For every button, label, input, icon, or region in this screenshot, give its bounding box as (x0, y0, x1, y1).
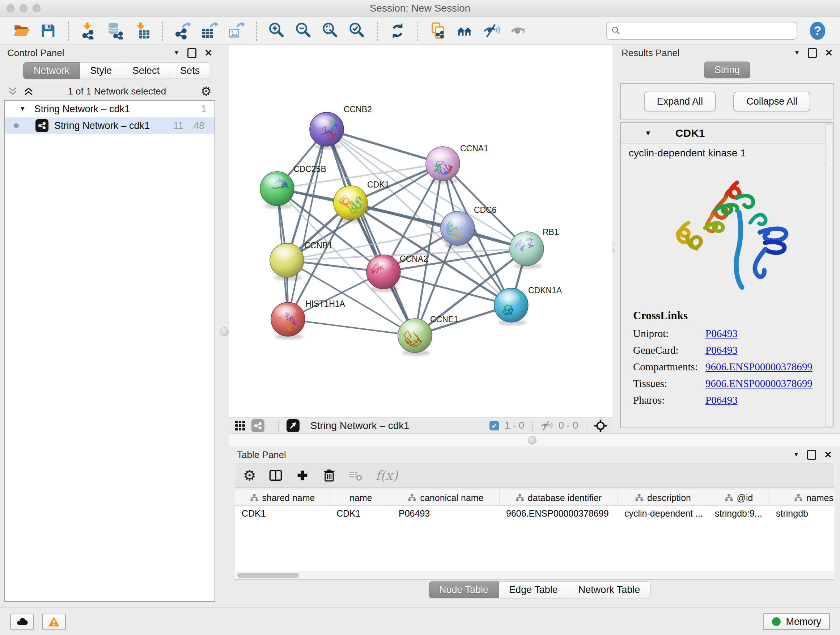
panel-float-icon[interactable] (807, 450, 816, 460)
column-header-canonical-name[interactable]: canonical name (392, 490, 500, 505)
collapse-all-button[interactable]: Collapse All (733, 92, 810, 111)
collapse-all-icon[interactable] (8, 87, 17, 96)
crosslink-link[interactable]: 9606.ENSP00000378699 (706, 358, 813, 375)
splitter-handle[interactable] (220, 327, 229, 336)
panel-close-icon[interactable]: ✕ (824, 449, 832, 461)
crosslink-link[interactable]: P06493 (706, 325, 737, 342)
panel-float-icon[interactable] (187, 48, 196, 58)
import-network-file-button[interactable] (77, 19, 101, 42)
network-node-HIST1H1A[interactable]: HIST1H1A (271, 299, 346, 340)
table-horizontal-scrollbar[interactable] (235, 571, 834, 579)
toolbar-separator (68, 21, 69, 41)
help-button[interactable]: ? (808, 21, 827, 40)
scrollbar-thumb[interactable] (237, 573, 299, 578)
zoom-selected-icon (348, 22, 366, 40)
tab-string[interactable]: String (704, 62, 751, 78)
first-neighbors-button[interactable] (453, 19, 477, 42)
export-network-button[interactable] (171, 19, 195, 42)
network-node-CDKN1A[interactable]: CDKN1A (494, 286, 562, 325)
center-view-icon[interactable] (594, 420, 607, 432)
panel-collapse-icon[interactable]: ▼ (173, 49, 180, 57)
panel-close-icon[interactable]: ✕ (204, 48, 212, 59)
results-scrollbar[interactable] (826, 124, 832, 426)
tab-style[interactable]: Style (80, 62, 122, 79)
warnings-button[interactable] (42, 614, 66, 630)
panel-float-icon[interactable] (808, 48, 817, 58)
tab-edge-table[interactable]: Edge Table (499, 581, 568, 598)
export-table-button[interactable] (197, 19, 221, 42)
network-node-CCNA2[interactable]: CCNA2 (366, 254, 428, 292)
network-node-RB1[interactable]: RB1 (510, 227, 559, 269)
export-image-button[interactable] (224, 19, 248, 42)
section-caret-icon[interactable]: ▼ (645, 129, 652, 137)
apply-layout-button[interactable] (386, 19, 409, 42)
show-all-button[interactable] (507, 19, 531, 42)
table-panel-title: Table Panel (237, 449, 785, 461)
network-edge[interactable] (288, 129, 327, 319)
cell[interactable]: CDK1 (235, 508, 330, 519)
expand-all-icon[interactable] (24, 87, 33, 96)
tab-select[interactable]: Select (122, 62, 170, 79)
open-session-button[interactable] (9, 19, 33, 42)
network-canvas[interactable]: CCNB2CCNA1CDC25BCDK1CDC6RB1CCNB1CCNA2CDK… (229, 45, 613, 417)
cell[interactable]: P06493 (392, 508, 500, 519)
network-node-CDC6[interactable]: CDC6 (441, 205, 497, 249)
panel-collapse-icon[interactable]: ▼ (794, 49, 800, 57)
cell[interactable]: stringdb (769, 508, 834, 519)
new-network-from-selection-button[interactable] (426, 19, 450, 42)
import-table-button[interactable] (130, 19, 154, 42)
memory-status-dot (772, 617, 781, 626)
network-edge[interactable] (288, 319, 415, 336)
protein-section-header[interactable]: ▼ CDK1 (621, 123, 834, 144)
save-session-button[interactable] (36, 19, 60, 42)
zoom-fit-button[interactable] (318, 19, 342, 42)
network-view-icon[interactable] (251, 419, 264, 432)
tab-network[interactable]: Network (23, 62, 80, 79)
column-header-database-identifier[interactable]: database identifier (500, 490, 618, 505)
horizontal-splitter[interactable] (229, 433, 840, 447)
column-header-description[interactable]: description (618, 490, 708, 505)
crosslink-link[interactable]: P06493 (706, 342, 737, 358)
search-input[interactable] (624, 25, 792, 37)
network-options-gear-icon[interactable]: ⚙ (201, 85, 212, 97)
splitter-handle[interactable] (528, 436, 537, 445)
column-header-namespace[interactable]: namespace (769, 490, 834, 505)
left-splitter[interactable] (219, 45, 229, 607)
zoom-out-button[interactable] (292, 19, 316, 42)
memory-button[interactable]: Memory (763, 613, 830, 630)
cell[interactable]: 9606.ENSP00000378699 (500, 508, 618, 519)
panel-collapse-icon[interactable]: ▼ (793, 451, 799, 458)
cytoscape-window: Session: New Session (0, 0, 840, 635)
cell[interactable]: CDK1 (330, 508, 392, 519)
panel-close-icon[interactable]: ✕ (825, 48, 833, 59)
show-columns-icon[interactable] (268, 468, 283, 483)
crosslink-link[interactable]: P06493 (706, 392, 737, 409)
zoom-in-button[interactable] (265, 19, 289, 42)
table-row[interactable]: CDK1CDK1P064939606.ENSP00000378699cyclin… (235, 506, 834, 521)
cell[interactable]: cyclin-dependent ... (618, 508, 708, 519)
cell[interactable]: stringdb:9... (708, 508, 769, 519)
crosslink-link[interactable]: 9606.ENSP00000378699 (706, 375, 813, 392)
column-header-name[interactable]: name (330, 490, 392, 505)
expand-all-button[interactable]: Expand All (644, 92, 716, 111)
network-row[interactable]: String Network – cdk1 11 48 (5, 117, 215, 134)
network-node-CCNE1[interactable]: CCNE1 (398, 315, 458, 356)
tab-node-table[interactable]: Node Table (429, 581, 499, 598)
tab-network-table[interactable]: Network Table (568, 581, 651, 598)
network-collection-row[interactable]: ▼ String Network – cdk1 1 (5, 101, 215, 117)
import-network-database-button[interactable] (103, 19, 127, 42)
selected-items-checkbox[interactable] (489, 421, 499, 431)
zoom-selected-button[interactable] (345, 19, 369, 42)
hide-selected-button[interactable] (480, 19, 504, 42)
eye-slash-icon (483, 22, 500, 40)
collection-caret-icon[interactable]: ▼ (19, 105, 26, 112)
grid-view-icon[interactable] (235, 420, 246, 431)
cloud-status-button[interactable] (10, 614, 34, 630)
birds-eye-view-icon[interactable] (286, 419, 300, 432)
column-header-shared-name[interactable]: shared name (235, 490, 330, 505)
tab-sets[interactable]: Sets (170, 62, 210, 79)
delete-column-trash-icon[interactable] (322, 468, 336, 483)
table-options-gear-icon[interactable]: ⚙ (243, 468, 256, 483)
create-column-plus-icon[interactable] (295, 468, 309, 483)
column-header-@id[interactable]: @id (708, 490, 769, 505)
